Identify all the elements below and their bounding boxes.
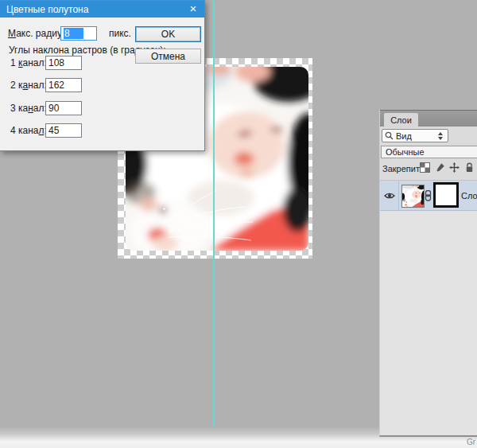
channel-1-label: 1 канал: (10, 56, 47, 71)
lock-position-move-icon[interactable] (449, 162, 460, 173)
layer-thumbnail-image (402, 185, 424, 207)
channel-4-input[interactable]: 45 (45, 123, 82, 138)
layer-name: Слой 0 (461, 181, 477, 211)
dialog-title: Цветные полутона (6, 4, 88, 15)
ok-button[interactable]: OK (135, 26, 201, 42)
panel-tabstrip: Слои (380, 110, 477, 127)
color-halftone-dialog: Цветные полутона × Макс. радиус: 8 пикс.… (0, 0, 205, 151)
close-icon[interactable]: × (186, 2, 200, 16)
radius-unit-label: пикс. (109, 26, 131, 41)
channel-2-input[interactable]: 162 (45, 78, 82, 92)
blend-mode-dropdown[interactable]: Обычные (381, 146, 477, 158)
dialog-titlebar[interactable]: Цветные полутона × (0, 1, 204, 18)
layers-panel: Слои Вид Обычные Закрепить: (379, 110, 477, 437)
channel-3-label: 3 канал: (10, 101, 47, 116)
channel-4-label: 4 канал: (10, 123, 47, 138)
channel-1-input[interactable]: 108 (45, 56, 82, 70)
cancel-button[interactable]: Отмена (135, 49, 201, 64)
tab-layers[interactable]: Слои (384, 113, 418, 127)
layer-thumbnail[interactable] (401, 185, 425, 208)
mask-link-chain-icon[interactable] (425, 190, 432, 201)
lock-all-padlock-icon[interactable] (464, 162, 475, 173)
lock-transparency-icon[interactable] (420, 162, 431, 173)
lock-pixels-brush-icon[interactable] (435, 162, 446, 173)
layer-filter-dropdown[interactable]: Вид (382, 129, 448, 142)
max-radius-input[interactable]: 8 (60, 26, 97, 41)
layer-mask-thumbnail[interactable] (433, 182, 459, 208)
eye-column-divider (398, 181, 399, 210)
statusbar-corner-text: Gr (467, 438, 475, 446)
vertical-guide-line[interactable] (213, 0, 215, 436)
layer-visibility-eye-icon[interactable] (384, 192, 395, 200)
panel-empty-area (380, 211, 477, 435)
selected-text: 8 (64, 28, 83, 39)
photoshop-workspace: Gr Цветные полутона × Макс. радиус: 8 пи… (0, 0, 477, 448)
channel-3-input[interactable]: 90 (45, 101, 82, 115)
layer-row-selected[interactable]: Слой 0 (380, 181, 477, 211)
layer-filter-label: Вид (396, 131, 412, 142)
search-icon (385, 131, 394, 141)
stepper-arrows-icon (438, 132, 444, 140)
channel-2-label: 2 канал: (10, 78, 47, 93)
